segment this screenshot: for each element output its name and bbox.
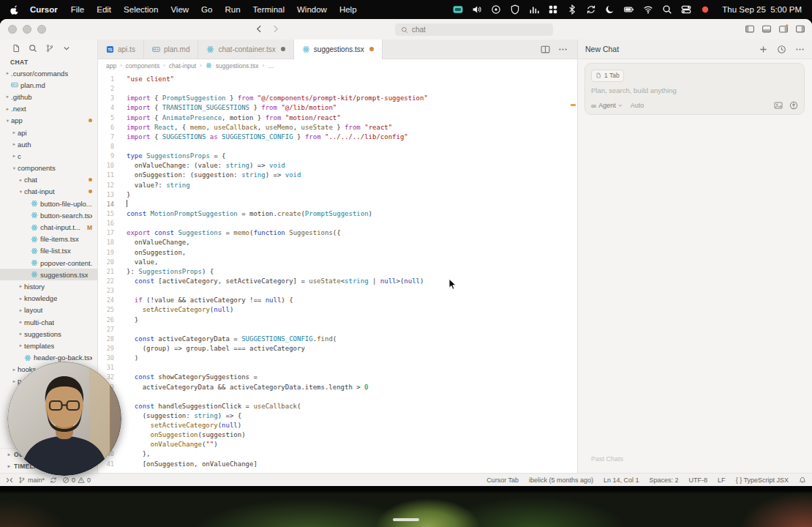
status-item[interactable]: Spaces: 2 xyxy=(650,476,679,484)
menu-selection[interactable]: Selection xyxy=(124,5,158,14)
tree-item[interactable]: ▸api xyxy=(0,127,97,138)
forward-button[interactable] xyxy=(271,24,280,34)
tree-item[interactable]: ▸history xyxy=(0,280,97,292)
code-line[interactable]: 25 setActiveCategory(null) xyxy=(98,305,577,315)
apple-icon[interactable] xyxy=(10,4,20,15)
breadcrumb-item[interactable]: … xyxy=(268,62,274,70)
code-line[interactable]: 18 onValueChange, xyxy=(98,238,577,247)
code-line[interactable]: 40 }, xyxy=(98,449,577,459)
code-line[interactable]: 22 const [activeCategory, setActiveCateg… xyxy=(98,277,577,286)
close-button[interactable] xyxy=(8,25,17,34)
context-chip[interactable]: 1 Tab xyxy=(591,70,624,82)
code-line[interactable]: 6import React, { memo, useCallback, useM… xyxy=(98,123,577,132)
tree-item[interactable]: ▸chat xyxy=(0,174,97,186)
breadcrumb-item[interactable]: components xyxy=(126,62,159,70)
menu-run[interactable]: Run xyxy=(225,5,240,14)
breadcrumb-item[interactable]: app xyxy=(106,62,116,70)
tree-item[interactable]: ▸auth xyxy=(0,138,97,150)
agent-mode-selector[interactable]: Agent xyxy=(598,102,616,109)
tree-item[interactable]: ▸.github xyxy=(0,91,97,102)
tree-item[interactable]: ▸multi-chat xyxy=(0,316,97,328)
control-center-icon[interactable] xyxy=(681,4,691,15)
code-line[interactable]: 15const MotionPromptSuggestion = motion.… xyxy=(98,209,577,219)
tree-item[interactable]: ▸knowledge xyxy=(0,293,97,304)
code-line[interactable]: 16 xyxy=(98,219,577,228)
menu-go[interactable]: Go xyxy=(201,5,212,14)
tree-item[interactable]: ▾app xyxy=(0,115,97,127)
command-search-bar[interactable]: chat xyxy=(395,23,553,36)
code-line[interactable]: 5import { AnimatePresence, motion } from… xyxy=(98,113,577,123)
past-chats-label[interactable]: Past Chats xyxy=(591,455,623,463)
code-line[interactable]: 33 activeCategoryData && activeCategoryD… xyxy=(98,383,577,392)
breadcrumb-item[interactable]: chat-input xyxy=(169,62,196,70)
tree-item[interactable]: button-file-uplo... xyxy=(0,198,97,209)
unsaved-dot[interactable] xyxy=(369,47,374,51)
tab-chat-container.tsx[interactable]: chat-container.tsx xyxy=(198,40,293,59)
plus-icon[interactable] xyxy=(759,45,768,54)
screen-share-icon[interactable] xyxy=(453,4,463,15)
search-icon[interactable] xyxy=(29,44,37,53)
code-line[interactable]: 19 onSuggestion, xyxy=(98,248,577,258)
panel-right-icon[interactable] xyxy=(795,24,805,34)
code-line[interactable]: 13} xyxy=(98,190,577,200)
status-item[interactable]: { } TypeScript JSX xyxy=(736,476,789,484)
tree-item[interactable]: chat-input.t...M xyxy=(0,221,97,233)
status-item[interactable]: LF xyxy=(718,476,726,484)
tree-item[interactable]: ▸templates xyxy=(0,340,97,351)
code-line[interactable]: 34 xyxy=(98,392,577,402)
tree-item[interactable]: ▸.next xyxy=(0,103,97,115)
code-line[interactable]: 3import { PromptSuggestion } from "@/com… xyxy=(98,94,577,103)
minimize-button[interactable] xyxy=(23,25,31,34)
code-line[interactable]: 29 (group) => group.label === activeCate… xyxy=(98,344,577,354)
ellipsis-icon[interactable] xyxy=(795,45,805,54)
code-line[interactable]: 35 const handleSuggestionClick = useCall… xyxy=(98,402,577,411)
code-editor[interactable]: 1"use client"23import { PromptSuggestion… xyxy=(98,72,577,474)
chat-input-box[interactable]: 1 Tab Plan, search, build anything ∞ Age… xyxy=(584,63,805,115)
code-line[interactable]: 27 xyxy=(98,325,577,334)
spotlight-icon[interactable] xyxy=(662,4,672,15)
moon-icon[interactable] xyxy=(605,4,615,15)
menu-file[interactable]: File xyxy=(71,5,85,14)
unsaved-dot[interactable] xyxy=(281,47,285,51)
zoom-button[interactable] xyxy=(37,25,46,34)
sync-icon[interactable] xyxy=(50,476,57,484)
bluetooth-icon[interactable] xyxy=(567,4,577,15)
code-line[interactable]: 1"use client" xyxy=(98,75,577,84)
code-line[interactable]: 32 const showCategorySuggestions = xyxy=(98,373,577,382)
circle-icon[interactable] xyxy=(491,4,501,15)
tree-item[interactable]: plan.md xyxy=(0,79,97,91)
tree-item[interactable]: ▾chat-input xyxy=(0,186,97,198)
menu-edit[interactable]: Edit xyxy=(97,5,111,14)
shield-icon[interactable] xyxy=(510,4,520,15)
code-line[interactable]: 4import { TRANSITION_SUGGESTIONS } from … xyxy=(98,103,577,113)
menu-bar-clock[interactable]: Thu Sep 25 5:00 PM xyxy=(722,5,802,14)
history-icon[interactable] xyxy=(777,45,786,54)
tree-item[interactable]: ▸layout xyxy=(0,304,97,316)
status-item[interactable]: Ln 14, Col 1 xyxy=(604,476,639,484)
tree-item[interactable]: file-items.tsx xyxy=(0,233,97,245)
menu-view[interactable]: View xyxy=(170,5,189,14)
git-branch-icon[interactable] xyxy=(45,44,54,53)
code-line[interactable]: 7import { SUGGESTIONS as SUGGESTIONS_CON… xyxy=(98,132,577,142)
back-button[interactable] xyxy=(255,24,264,34)
menu-terminal[interactable]: Terminal xyxy=(253,5,285,14)
status-item[interactable]: Cursor Tab xyxy=(486,476,519,484)
bell-icon[interactable] xyxy=(799,476,806,484)
tab-suggestions.tsx[interactable]: suggestions.tsx xyxy=(294,40,383,59)
code-line[interactable]: 41 [onSuggestion, onValueChange] xyxy=(98,460,577,469)
split-editor-icon[interactable] xyxy=(541,45,550,54)
code-line[interactable]: 31 xyxy=(98,363,577,373)
more-actions-icon[interactable] xyxy=(558,45,568,54)
panel-bottom-icon[interactable] xyxy=(762,24,772,34)
code-line[interactable]: 11 onSuggestion: (suggestion: string) =>… xyxy=(98,171,577,180)
image-icon[interactable] xyxy=(774,101,783,110)
remote-icon[interactable] xyxy=(6,476,13,484)
sync-icon[interactable] xyxy=(586,4,596,15)
code-line[interactable]: 28 const activeCategoryData = SUGGESTION… xyxy=(98,334,577,344)
panel-left-icon[interactable] xyxy=(745,24,755,34)
chevron-down-icon[interactable] xyxy=(62,44,71,53)
battery-icon[interactable] xyxy=(624,4,634,15)
breadcrumb-item[interactable]: suggestions.tsx xyxy=(216,62,259,70)
code-line[interactable]: 26 } xyxy=(98,315,577,325)
tab-plan.md[interactable]: plan.md xyxy=(144,40,199,59)
